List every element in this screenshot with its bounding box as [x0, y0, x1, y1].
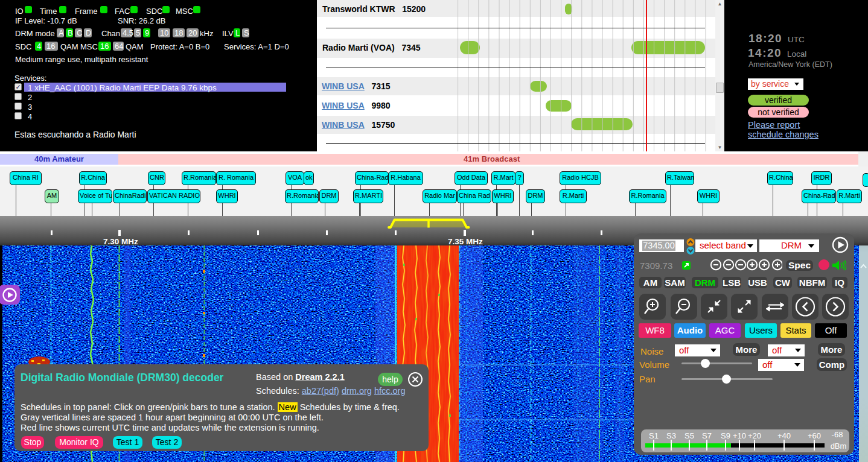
- svg-text:dBm: dBm: [831, 441, 847, 451]
- svg-text:S7: S7: [702, 431, 712, 440]
- svg-text:S3: S3: [666, 431, 676, 440]
- svg-text:S1: S1: [649, 431, 659, 440]
- svg-text:S5: S5: [685, 431, 694, 440]
- svg-text:+60: +60: [808, 431, 821, 440]
- svg-text:-68: -68: [832, 430, 843, 439]
- svg-text:+40: +40: [777, 431, 791, 440]
- svg-text:+20: +20: [748, 431, 761, 440]
- svg-text:+10: +10: [733, 431, 746, 440]
- svg-text:S9: S9: [721, 431, 730, 440]
